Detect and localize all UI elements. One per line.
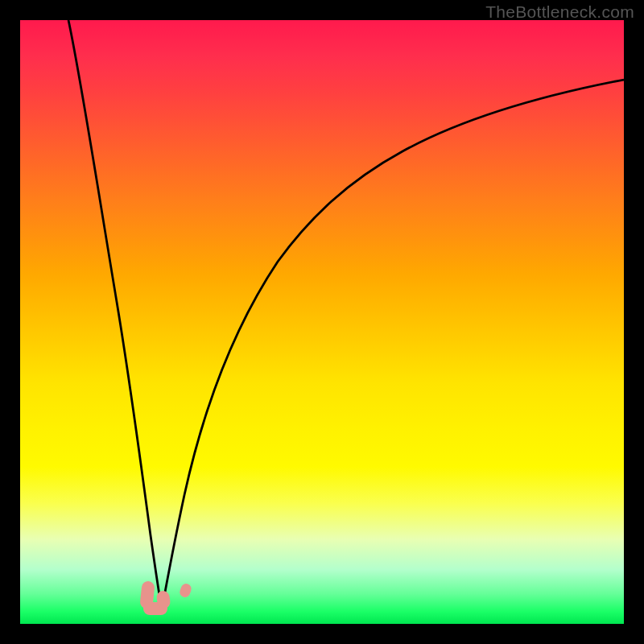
watermark-text: TheBottleneck.com bbox=[485, 2, 634, 22]
bottleneck-curve-right bbox=[162, 80, 624, 609]
bottleneck-chart bbox=[20, 20, 624, 624]
bottleneck-curve-left bbox=[68, 20, 162, 609]
curve-svg bbox=[20, 20, 624, 624]
